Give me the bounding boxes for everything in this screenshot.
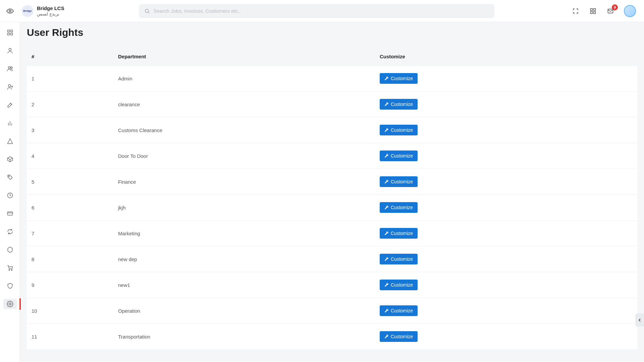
content: User Rights # Department Customize 1Admi… — [20, 22, 644, 362]
sidebar-item-sync[interactable] — [3, 227, 17, 237]
customize-button[interactable]: Customize — [380, 73, 418, 84]
row-index: 7 — [27, 221, 114, 246]
wrench-icon — [384, 76, 389, 81]
fullscreen-button[interactable] — [572, 7, 580, 15]
apps-button[interactable] — [589, 7, 597, 15]
customize-label: Customize — [391, 205, 413, 210]
brand[interactable]: Bridge Bridge LCS بريدج لسس — [21, 5, 109, 17]
row-index: 5 — [27, 169, 114, 195]
sidebar-item-drafts[interactable] — [3, 136, 17, 146]
sidebar-item-dashboard[interactable] — [3, 27, 17, 38]
table-row: 7MarketingCustomize — [27, 221, 637, 246]
row-index: 2 — [27, 92, 114, 117]
svg-point-25 — [9, 269, 10, 270]
customize-button[interactable]: Customize — [380, 254, 418, 264]
refresh-icon — [7, 228, 13, 235]
wrench-icon — [384, 205, 389, 210]
users-icon — [7, 65, 13, 72]
customize-label: Customize — [391, 282, 413, 288]
col-customize: Customize — [376, 48, 637, 66]
customize-button[interactable]: Customize — [380, 99, 418, 110]
table-row: 9new1Customize — [27, 272, 637, 298]
row-department: Marketing — [114, 221, 376, 246]
customize-label: Customize — [391, 102, 413, 107]
wrench-icon — [384, 231, 389, 236]
svg-rect-23 — [7, 212, 12, 215]
row-actions: Customize — [376, 246, 637, 272]
settings-icon — [7, 301, 13, 307]
sidebar-item-cards[interactable] — [3, 208, 17, 219]
customize-label: Customize — [391, 231, 413, 236]
credit-card-icon — [7, 210, 13, 217]
customize-button[interactable]: Customize — [380, 125, 418, 135]
row-index: 4 — [27, 143, 114, 169]
customize-button[interactable]: Customize — [380, 280, 418, 290]
row-department: jkjh — [114, 195, 376, 221]
sidebar-item-time[interactable] — [3, 190, 17, 200]
svg-rect-8 — [7, 30, 9, 32]
sidebar-item-shield[interactable] — [3, 281, 17, 291]
page-title: User Rights — [27, 27, 637, 38]
customize-button[interactable]: Customize — [380, 305, 418, 316]
sidebar-item-edit[interactable] — [3, 100, 17, 110]
svg-rect-4 — [594, 8, 596, 10]
svg-rect-11 — [10, 33, 12, 35]
customize-button[interactable]: Customize — [380, 228, 418, 239]
sidebar-item-reports[interactable] — [3, 118, 17, 128]
table-row: 11TransportationCustomize — [27, 324, 637, 350]
tag-icon — [7, 174, 13, 181]
table-row: 8new depCustomize — [27, 246, 637, 272]
svg-point-15 — [8, 84, 11, 87]
watch-icon[interactable] — [3, 7, 17, 15]
dashboard-icon — [7, 29, 13, 36]
row-actions: Customize — [376, 169, 637, 195]
wrench-icon — [384, 335, 389, 339]
sidebar-item-network[interactable] — [3, 245, 17, 255]
topbar-actions: 9 — [572, 5, 636, 17]
sidebar-item-cart[interactable] — [3, 263, 17, 273]
fullscreen-icon — [572, 8, 579, 14]
row-actions: Customize — [376, 298, 637, 324]
customize-button[interactable]: Customize — [380, 150, 418, 161]
row-actions: Customize — [376, 66, 637, 92]
search-input[interactable] — [154, 8, 489, 14]
table-row: 3Customs ClearanceCustomize — [27, 117, 637, 143]
sidebar-item-tags[interactable] — [3, 172, 17, 182]
global-search[interactable] — [139, 4, 494, 18]
svg-point-13 — [8, 67, 10, 69]
customize-button[interactable]: Customize — [380, 331, 418, 342]
apps-grid-icon — [590, 8, 596, 14]
avatar[interactable] — [624, 5, 636, 17]
row-actions: Customize — [376, 221, 637, 246]
customize-label: Customize — [391, 334, 413, 339]
row-department: Transportation — [114, 324, 376, 350]
wrench-icon — [384, 309, 389, 313]
row-index: 10 — [27, 298, 114, 324]
inbox-button[interactable]: 9 — [606, 7, 614, 15]
cart-icon — [7, 264, 13, 271]
user-icon — [7, 47, 13, 54]
row-actions: Customize — [376, 117, 637, 143]
customize-label: Customize — [391, 179, 413, 184]
row-department: Operation — [114, 298, 376, 324]
row-index: 11 — [27, 324, 114, 350]
table-row: 10OperationCustomize — [27, 298, 637, 324]
svg-rect-5 — [591, 11, 593, 13]
brand-text: Bridge LCS بريدج لسس — [37, 5, 64, 17]
notification-badge: 9 — [612, 4, 618, 10]
row-department: Admin — [114, 66, 376, 92]
box-icon — [7, 156, 13, 163]
sidebar-item-settings[interactable] — [3, 299, 17, 309]
row-index: 6 — [27, 195, 114, 221]
sidebar-item-add-user[interactable] — [3, 82, 17, 92]
wrench-icon — [384, 180, 389, 184]
sidebar-item-user[interactable] — [3, 46, 17, 56]
brand-logo: Bridge — [21, 5, 34, 17]
sidebar-item-packages[interactable] — [3, 154, 17, 164]
row-department: new1 — [114, 272, 376, 298]
right-panel-toggle[interactable] — [635, 313, 644, 327]
customize-button[interactable]: Customize — [380, 202, 418, 213]
sidebar-item-users[interactable] — [3, 64, 17, 74]
svg-rect-10 — [7, 33, 9, 35]
customize-button[interactable]: Customize — [380, 176, 418, 187]
